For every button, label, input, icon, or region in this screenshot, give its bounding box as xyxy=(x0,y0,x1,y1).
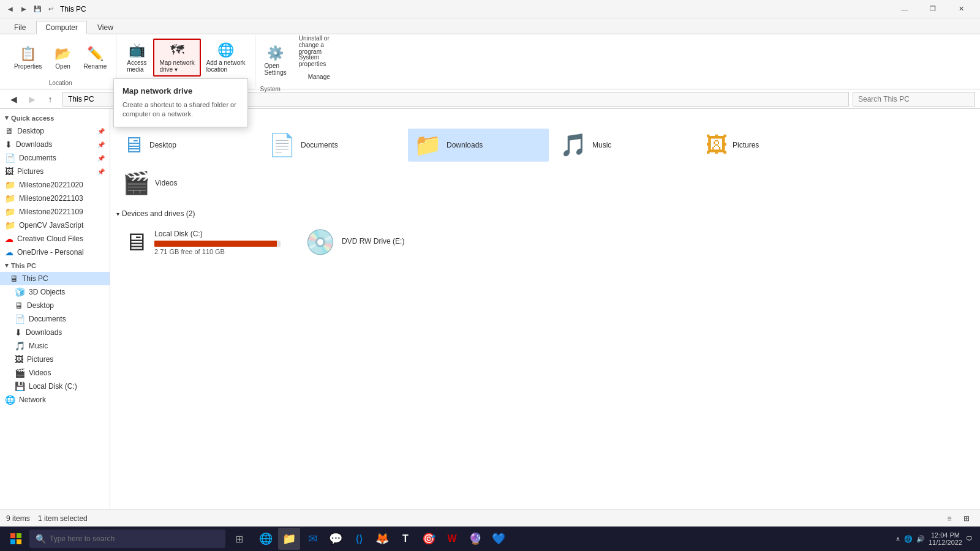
git-icon[interactable]: 🦊 xyxy=(371,528,393,550)
grid-view-button[interactable]: ⊞ xyxy=(959,512,974,525)
folder-item-downloads[interactable]: 📁 Downloads xyxy=(408,129,549,162)
back-button[interactable]: ◀ xyxy=(5,92,22,107)
sidebar-item-pc-documents[interactable]: 📄 Documents xyxy=(0,312,110,326)
folder-item-pictures[interactable]: 🖼 Pictures xyxy=(699,129,840,162)
app-icon-3[interactable]: 💙 xyxy=(488,528,510,550)
open-button[interactable]: 📂 Open xyxy=(48,43,78,73)
notification-icon[interactable]: 🗨 xyxy=(966,535,973,542)
manage-button[interactable]: Manage xyxy=(295,69,344,84)
sidebar-item-label: Local Disk (C:) xyxy=(29,382,77,391)
sidebar-item-onedrive[interactable]: ☁ OneDrive - Personal xyxy=(0,246,110,259)
items-count: 9 items 1 item selected xyxy=(6,514,88,523)
quick-access-header[interactable]: ▾ Quick access xyxy=(0,111,110,124)
sidebar-item-label: Music xyxy=(29,342,48,350)
map-network-drive-button[interactable]: 🗺 Map networkdrive ▾ xyxy=(153,39,200,77)
sidebar-item-label: Creative Cloud Files xyxy=(17,234,83,243)
ribbon-tabs: File Computer View xyxy=(0,18,980,34)
content-area: ▾ Folders (6) 🖥 Desktop 📄 Documents 📁 Do… xyxy=(110,109,980,509)
music-icon: 🎵 xyxy=(15,341,25,351)
typora-icon[interactable]: T xyxy=(394,528,417,550)
drives-section-header[interactable]: ▾ Devices and drives (2) xyxy=(116,209,974,218)
search-icon: 🔍 xyxy=(36,534,46,544)
this-pc-label: This PC xyxy=(11,262,36,269)
folder-item-desktop[interactable]: 🖥 Desktop xyxy=(116,129,257,162)
drive-e-name: DVD RW Drive (E:) xyxy=(342,237,462,246)
folder-icon: 📁 xyxy=(5,180,15,190)
sidebar-item-milestone2[interactable]: 📁 Milestone20221103 xyxy=(0,192,110,205)
sidebar-item-pc-desktop[interactable]: 🖥 Desktop xyxy=(0,299,110,312)
sidebar-item-desktop[interactable]: 🖥 Desktop 📌 xyxy=(0,124,110,138)
clock[interactable]: 12:04 PM 11/12/2022 xyxy=(929,531,962,546)
folders-grid: 🖥 Desktop 📄 Documents 📁 Downloads 🎵 Musi… xyxy=(116,129,974,200)
start-button[interactable] xyxy=(5,528,27,550)
date-display: 11/12/2022 xyxy=(929,539,962,546)
task-view-button[interactable]: ⊞ xyxy=(228,528,250,550)
properties-button[interactable]: 📋 Properties xyxy=(10,43,47,73)
title-bar: ◀ ▶ 💾 ↩ This PC — ❐ ✕ xyxy=(0,0,980,18)
folder-item-documents[interactable]: 📄 Documents xyxy=(262,129,403,162)
taskbar-search-box[interactable]: 🔍 xyxy=(29,530,225,548)
open-settings-button[interactable]: ⚙️ OpenSettings xyxy=(260,42,291,79)
drive-item-c[interactable]: 🖥 Local Disk (C:) 2.71 GB free of 110 GB xyxy=(116,223,288,261)
sidebar-item-local-disk[interactable]: 💾 Local Disk (C:) xyxy=(0,380,110,393)
minimize-button[interactable]: — xyxy=(891,0,919,18)
tray-network-icon: 🌐 xyxy=(904,535,913,543)
sidebar-item-documents[interactable]: 📄 Documents 📌 xyxy=(0,151,110,165)
sidebar-item-3dobjects[interactable]: 🧊 3D Objects xyxy=(0,285,110,299)
sidebar-item-downloads[interactable]: ⬇ Downloads 📌 xyxy=(0,138,110,151)
title-bar-save-icon[interactable]: 💾 xyxy=(32,4,43,15)
status-bar: 9 items 1 item selected ≡ ⊞ xyxy=(0,509,980,527)
sidebar-item-creative-cloud[interactable]: ☁ Creative Cloud Files xyxy=(0,232,110,246)
pictures-folder-icon: 🖼 xyxy=(706,132,728,158)
mail-icon[interactable]: ✉ xyxy=(301,528,323,550)
sidebar-item-network[interactable]: 🌐 Network xyxy=(0,393,110,407)
wps-icon[interactable]: W xyxy=(441,528,463,550)
sidebar-item-label: Videos xyxy=(29,369,51,377)
maximize-button[interactable]: ❐ xyxy=(919,0,947,18)
folder-item-videos[interactable]: 🎬 Videos xyxy=(116,167,257,200)
sidebar-item-label: Network xyxy=(19,395,46,404)
this-pc-header[interactable]: ▾ This PC xyxy=(0,259,110,272)
sidebar-item-pictures[interactable]: 🖼 Pictures 📌 xyxy=(0,165,110,178)
search-input[interactable] xyxy=(853,92,975,107)
edge-icon[interactable]: 🌐 xyxy=(255,528,277,550)
sidebar-item-pc-pictures[interactable]: 🖼 Pictures xyxy=(0,353,110,366)
pin-icon: 📌 xyxy=(97,168,105,175)
forward-button[interactable]: ▶ xyxy=(23,92,40,107)
vscode-icon[interactable]: ⟨⟩ xyxy=(348,528,370,550)
close-button[interactable]: ✕ xyxy=(947,0,975,18)
title-bar-forward-icon[interactable]: ▶ xyxy=(18,4,29,15)
sidebar-item-pc-videos[interactable]: 🎬 Videos xyxy=(0,366,110,380)
folder-name: Downloads xyxy=(447,141,483,149)
rename-button[interactable]: ✏️ Rename xyxy=(80,43,111,73)
app-icon-1[interactable]: 🎯 xyxy=(418,528,440,550)
sidebar-item-opencv[interactable]: 📁 OpenCV JavaScript xyxy=(0,219,110,232)
taskbar: 🔍 ⊞ 🌐 📁 ✉ 💬 ⟨⟩ 🦊 T 🎯 W 🔮 💙 ∧ 🌐 🔊 12:04 P… xyxy=(0,527,980,551)
access-media-icon: 📺 xyxy=(129,42,145,58)
tab-computer[interactable]: Computer xyxy=(36,21,87,34)
explorer-icon[interactable]: 📁 xyxy=(278,528,300,550)
up-button[interactable]: ↑ xyxy=(42,92,59,107)
teams-icon[interactable]: 💬 xyxy=(325,528,347,550)
app-icon-2[interactable]: 🔮 xyxy=(464,528,486,550)
local-disk-icon: 💾 xyxy=(15,381,25,391)
tab-view[interactable]: View xyxy=(88,20,123,34)
sidebar-item-pc-music[interactable]: 🎵 Music xyxy=(0,339,110,353)
list-view-button[interactable]: ≡ xyxy=(942,512,957,525)
folder-item-music[interactable]: 🎵 Music xyxy=(554,129,695,162)
uninstall-button[interactable]: Uninstall or change a program xyxy=(295,37,344,53)
title-bar-undo-icon[interactable]: ↩ xyxy=(45,4,56,15)
title-bar-back-icon[interactable]: ◀ xyxy=(5,4,16,15)
tab-file[interactable]: File xyxy=(5,20,35,34)
tray-icon-chevron[interactable]: ∧ xyxy=(895,535,900,543)
pin-icon: 📌 xyxy=(97,128,105,135)
taskbar-search-input[interactable] xyxy=(50,534,219,543)
add-network-location-button[interactable]: 🌐 Add a networklocation xyxy=(202,39,250,76)
sidebar-item-milestone3[interactable]: 📁 Milestone20221109 xyxy=(0,205,110,219)
sidebar-item-milestone1[interactable]: 📁 Milestone20221020 xyxy=(0,178,110,192)
access-media-button[interactable]: 📺 Accessmedia xyxy=(121,39,152,76)
sidebar-item-pc-downloads[interactable]: ⬇ Downloads xyxy=(0,326,110,339)
sidebar-item-this-pc[interactable]: 🖥 This PC xyxy=(0,272,110,285)
system-properties-button[interactable]: System properties xyxy=(295,53,344,69)
drive-item-e[interactable]: 💿 DVD RW Drive (E:) xyxy=(298,223,469,261)
